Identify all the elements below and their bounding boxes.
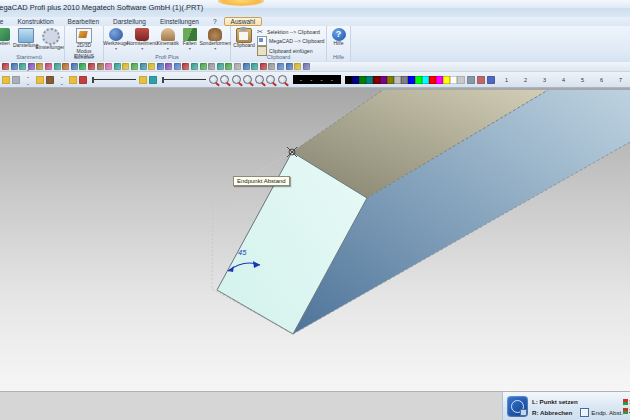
color-swatch[interactable] <box>359 76 366 84</box>
menu-tab-te[interactable]: te <box>0 18 10 25</box>
toolbar-icon[interactable] <box>2 63 9 70</box>
menu-tab-[interactable]: ? <box>206 18 224 25</box>
megacad-clipboard-button[interactable]: MegaCAD --> Clipboard <box>257 37 325 46</box>
toolbar-icon[interactable] <box>157 63 164 70</box>
toolbar-icon[interactable] <box>165 63 172 70</box>
toolbar-icon[interactable] <box>45 63 52 70</box>
zoom-tool-icon[interactable] <box>255 75 264 84</box>
toolbar-icon[interactable] <box>122 63 129 70</box>
zoom-tool-icon[interactable] <box>209 75 218 84</box>
toolbar-icon[interactable] <box>97 63 104 70</box>
menu-tab-einstellungen[interactable]: Einstellungen <box>153 18 206 25</box>
line-style-sample[interactable]: -- <box>60 73 65 87</box>
zoom-tool-icon[interactable] <box>266 75 275 84</box>
toolbar-icon[interactable] <box>243 63 250 70</box>
toolbar-icon[interactable] <box>54 63 61 70</box>
menu-tab-auswahl[interactable]: Auswahl <box>224 17 263 26</box>
toolbar-icon[interactable] <box>88 63 95 70</box>
toolbar-icon[interactable] <box>182 63 189 70</box>
sonderformen-button[interactable]: Sonderformen ▾ <box>201 27 230 50</box>
menu-tab-konstruktion[interactable]: Konstruktion <box>10 18 60 25</box>
toolbar-icon[interactable] <box>251 63 258 70</box>
toolbar-icon[interactable] <box>71 63 78 70</box>
hilfe-button[interactable]: ? Hilfe <box>328 27 350 47</box>
toolbar-icon[interactable] <box>79 76 87 84</box>
toolbar-icon[interactable] <box>294 63 301 70</box>
zoom-tool-icon[interactable] <box>232 75 241 84</box>
line-width-selector[interactable] <box>162 77 206 83</box>
zoom-tool-icon[interactable] <box>243 75 252 84</box>
toolbar-icon[interactable] <box>69 76 77 84</box>
snap-mode-label[interactable]: Endp. Abst. <box>591 409 623 416</box>
toolbar-icon[interactable] <box>36 63 43 70</box>
zoom-tool-icon[interactable] <box>220 75 229 84</box>
line-type-selector[interactable]: - - - - <box>293 75 341 84</box>
toolbar-icon[interactable] <box>477 76 485 84</box>
toolbar-icon[interactable] <box>174 63 181 70</box>
zoom-tool-icon[interactable] <box>278 75 287 84</box>
toolbar-icon[interactable] <box>487 76 495 84</box>
toolbar-icon[interactable] <box>139 76 147 84</box>
navigation-knob-icon[interactable] <box>507 396 528 417</box>
clipboard-button[interactable]: Clipboard <box>231 27 257 49</box>
drawing-canvas[interactable]: 45 Endpunkt Abstand <box>0 88 630 391</box>
color-swatch[interactable] <box>366 76 373 84</box>
menu-tab-bearbeiten[interactable]: Bearbeiten <box>61 18 106 25</box>
layer-number-1[interactable]: 1 <box>497 77 516 83</box>
toolbar-icon[interactable] <box>149 76 157 84</box>
color-swatch[interactable] <box>380 76 387 84</box>
toolbar-icon[interactable] <box>131 63 138 70</box>
color-swatch[interactable] <box>436 76 443 84</box>
snap-mode-icon[interactable] <box>580 408 589 417</box>
line-width-selector[interactable] <box>92 77 136 83</box>
toolbar-icon[interactable] <box>114 63 121 70</box>
toolbar-icon[interactable] <box>36 76 44 84</box>
color-swatch[interactable] <box>429 76 436 84</box>
toolbar-icon[interactable] <box>467 76 475 84</box>
color-swatch[interactable] <box>408 76 415 84</box>
normteilmenu-button[interactable]: Normteilmenü ▾ <box>128 27 157 50</box>
color-swatch[interactable] <box>422 76 429 84</box>
toolbar-icon[interactable] <box>208 63 215 70</box>
toolbar-icon[interactable] <box>105 63 112 70</box>
toolbar-icon[interactable] <box>140 63 147 70</box>
toolbar-icon[interactable] <box>46 76 54 84</box>
color-swatch[interactable] <box>387 76 394 84</box>
werkzeuge-button[interactable]: Werkzeuge ▾ <box>104 27 128 50</box>
toolbar-icon[interactable] <box>286 63 293 70</box>
toolbar-icon[interactable] <box>277 63 284 70</box>
color-swatch[interactable] <box>401 76 408 84</box>
toolbar-icon[interactable] <box>234 63 241 70</box>
einstellungen-button[interactable]: Einstellungen <box>37 27 64 51</box>
darstellung-button[interactable]: Darstellung <box>14 27 37 49</box>
toolbar-icon[interactable] <box>200 63 207 70</box>
color-swatch[interactable] <box>450 76 457 84</box>
toolbar-icon[interactable] <box>217 63 224 70</box>
falten-button[interactable]: Falten ▾ <box>179 27 201 50</box>
menu-tab-darstellung[interactable]: Darstellung <box>106 18 153 25</box>
toolbar-icon[interactable] <box>268 63 275 70</box>
kinematik-button[interactable]: Kinematik ▾ <box>157 27 179 50</box>
layer-number-3[interactable]: 3 <box>535 77 554 83</box>
toolbar-icon[interactable] <box>225 63 232 70</box>
color-swatch[interactable] <box>394 76 401 84</box>
toolbar-icon[interactable] <box>62 63 69 70</box>
toolbar-icon[interactable] <box>2 76 10 84</box>
color-swatch[interactable] <box>345 76 352 84</box>
toolbar-icon[interactable] <box>79 63 86 70</box>
layer-number-6[interactable]: 6 <box>592 77 611 83</box>
toolbar-icon[interactable] <box>303 63 310 70</box>
title-bar[interactable]: MegaCAD Profi plus 2010 Megatech Softwar… <box>0 0 630 18</box>
toolbar-icon[interactable] <box>11 63 18 70</box>
toolbar-icon[interactable] <box>260 63 267 70</box>
toolbar-icon[interactable] <box>148 63 155 70</box>
layer-number-5[interactable]: 5 <box>573 77 592 83</box>
selektion-clipboard-button[interactable]: ✂ Selektion --> Clipboard <box>257 28 325 37</box>
layer-number-2[interactable]: 2 <box>516 77 535 83</box>
layer-number-7[interactable]: 7 <box>611 77 630 83</box>
toolbar-icon[interactable] <box>12 76 20 84</box>
color-swatch[interactable] <box>443 76 450 84</box>
color-swatch[interactable] <box>373 76 380 84</box>
toolbar-icon[interactable] <box>457 76 465 84</box>
color-swatch[interactable] <box>415 76 422 84</box>
